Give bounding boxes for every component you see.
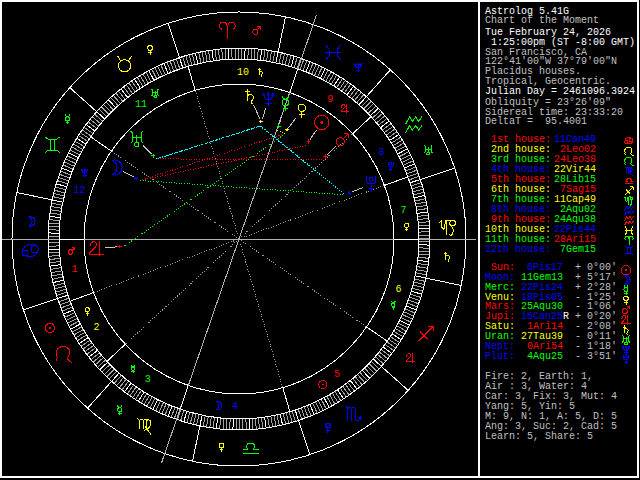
svg-text:12: 12 <box>73 185 85 196</box>
svg-text:7: 7 <box>400 205 406 216</box>
svg-text:7Gem15: 7Gem15 <box>554 244 596 255</box>
svg-text:5: 5 <box>334 369 340 380</box>
svg-text:2: 2 <box>94 322 100 333</box>
svg-text:4: 4 <box>232 401 238 412</box>
svg-text:3: 3 <box>145 374 151 385</box>
svg-text:Chart of the Moment: Chart of the Moment <box>485 15 599 26</box>
svg-text:- 3°51': - 3°51' <box>575 351 617 362</box>
svg-text:Plut:: Plut: <box>485 351 515 362</box>
svg-text:9: 9 <box>327 94 333 105</box>
svg-text:11: 11 <box>135 99 147 110</box>
svg-text:Learn: 5, Share: 5: Learn: 5, Share: 5 <box>485 431 593 442</box>
svg-text:R: R <box>563 311 569 322</box>
svg-text:6: 6 <box>395 284 401 295</box>
svg-text:1: 1 <box>72 264 78 275</box>
svg-text:12th house:: 12th house: <box>485 244 551 255</box>
svg-text:4Aqu25: 4Aqu25 <box>521 351 563 362</box>
svg-text:DeltaT = 95.4001: DeltaT = 95.4001 <box>485 116 587 127</box>
svg-text:10: 10 <box>237 67 249 78</box>
svg-text:8: 8 <box>378 147 384 158</box>
svg-text:122°41'00"W 37°79'00"N: 122°41'00"W 37°79'00"N <box>485 56 617 67</box>
